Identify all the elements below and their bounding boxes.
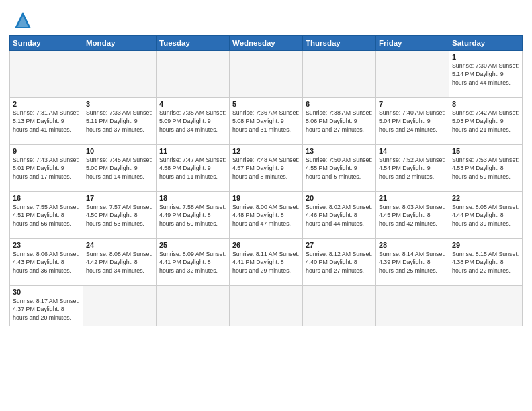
calendar-cell <box>230 51 303 98</box>
calendar-cell: 17Sunrise: 7:57 AM Sunset: 4:50 PM Dayli… <box>83 192 157 239</box>
day-number: 24 <box>86 241 153 249</box>
calendar-cell: 9Sunrise: 7:43 AM Sunset: 5:01 PM Daylig… <box>10 145 83 192</box>
calendar-cell: 18Sunrise: 7:58 AM Sunset: 4:49 PM Dayli… <box>157 192 230 239</box>
logo <box>9 9 34 31</box>
day-info: Sunrise: 7:36 AM Sunset: 5:08 PM Dayligh… <box>232 109 300 134</box>
calendar-cell: 13Sunrise: 7:50 AM Sunset: 4:55 PM Dayli… <box>303 145 376 192</box>
day-info: Sunrise: 7:58 AM Sunset: 4:49 PM Dayligh… <box>159 203 226 228</box>
day-info: Sunrise: 8:08 AM Sunset: 4:42 PM Dayligh… <box>86 250 153 275</box>
calendar-page: SundayMondayTuesdayWednesdayThursdayFrid… <box>0 0 532 411</box>
day-info: Sunrise: 7:48 AM Sunset: 4:57 PM Dayligh… <box>232 156 300 181</box>
calendar-cell: 4Sunrise: 7:35 AM Sunset: 5:09 PM Daylig… <box>157 98 230 145</box>
calendar-cell <box>83 286 157 326</box>
day-info: Sunrise: 7:53 AM Sunset: 4:53 PM Dayligh… <box>452 156 519 181</box>
calendar-cell: 28Sunrise: 8:14 AM Sunset: 4:39 PM Dayli… <box>376 239 449 286</box>
calendar-cell <box>157 51 230 98</box>
day-number: 13 <box>306 147 373 155</box>
calendar-cell <box>303 51 376 98</box>
calendar-cell: 3Sunrise: 7:33 AM Sunset: 5:11 PM Daylig… <box>83 98 157 145</box>
day-info: Sunrise: 8:12 AM Sunset: 4:40 PM Dayligh… <box>306 250 373 275</box>
calendar-cell: 26Sunrise: 8:11 AM Sunset: 4:41 PM Dayli… <box>230 239 303 286</box>
day-number: 29 <box>452 241 519 249</box>
calendar-cell <box>303 286 376 326</box>
day-number: 1 <box>452 53 519 61</box>
day-info: Sunrise: 7:30 AM Sunset: 5:14 PM Dayligh… <box>452 62 519 87</box>
day-number: 23 <box>13 241 80 249</box>
day-number: 10 <box>86 147 153 155</box>
calendar-cell: 7Sunrise: 7:40 AM Sunset: 5:04 PM Daylig… <box>376 98 449 145</box>
day-info: Sunrise: 7:50 AM Sunset: 4:55 PM Dayligh… <box>306 156 373 181</box>
day-info: Sunrise: 7:40 AM Sunset: 5:04 PM Dayligh… <box>379 109 446 134</box>
weekday-sunday: Sunday <box>10 36 83 51</box>
day-number: 19 <box>232 194 300 202</box>
day-number: 26 <box>232 241 300 249</box>
logo-icon <box>12 9 34 31</box>
day-info: Sunrise: 8:11 AM Sunset: 4:41 PM Dayligh… <box>232 250 300 275</box>
weekday-thursday: Thursday <box>303 36 376 51</box>
calendar-cell: 2Sunrise: 7:31 AM Sunset: 5:13 PM Daylig… <box>10 98 83 145</box>
day-info: Sunrise: 7:55 AM Sunset: 4:51 PM Dayligh… <box>13 203 80 228</box>
calendar-cell: 22Sunrise: 8:05 AM Sunset: 4:44 PM Dayli… <box>449 192 523 239</box>
calendar-cell: 5Sunrise: 7:36 AM Sunset: 5:08 PM Daylig… <box>230 98 303 145</box>
calendar-cell: 1Sunrise: 7:30 AM Sunset: 5:14 PM Daylig… <box>449 51 523 98</box>
header <box>9 7 523 31</box>
week-row-3: 9Sunrise: 7:43 AM Sunset: 5:01 PM Daylig… <box>10 145 523 192</box>
calendar-cell <box>10 51 83 98</box>
day-info: Sunrise: 8:02 AM Sunset: 4:46 PM Dayligh… <box>306 203 373 228</box>
day-info: Sunrise: 7:33 AM Sunset: 5:11 PM Dayligh… <box>86 109 153 134</box>
day-info: Sunrise: 7:45 AM Sunset: 5:00 PM Dayligh… <box>86 156 153 181</box>
calendar-cell: 8Sunrise: 7:42 AM Sunset: 5:03 PM Daylig… <box>449 98 523 145</box>
calendar-cell <box>376 286 449 326</box>
week-row-5: 23Sunrise: 8:06 AM Sunset: 4:43 PM Dayli… <box>10 239 523 286</box>
day-number: 6 <box>306 100 373 108</box>
day-number: 15 <box>452 147 519 155</box>
calendar-cell: 25Sunrise: 8:09 AM Sunset: 4:41 PM Dayli… <box>157 239 230 286</box>
calendar-cell: 15Sunrise: 7:53 AM Sunset: 4:53 PM Dayli… <box>449 145 523 192</box>
day-info: Sunrise: 7:57 AM Sunset: 4:50 PM Dayligh… <box>86 203 153 228</box>
day-number: 28 <box>379 241 446 249</box>
day-number: 2 <box>13 100 80 108</box>
day-number: 11 <box>159 147 226 155</box>
day-number: 27 <box>306 241 373 249</box>
day-info: Sunrise: 7:43 AM Sunset: 5:01 PM Dayligh… <box>13 156 80 181</box>
day-number: 18 <box>159 194 226 202</box>
week-row-4: 16Sunrise: 7:55 AM Sunset: 4:51 PM Dayli… <box>10 192 523 239</box>
calendar-cell: 23Sunrise: 8:06 AM Sunset: 4:43 PM Dayli… <box>10 239 83 286</box>
calendar-cell: 11Sunrise: 7:47 AM Sunset: 4:58 PM Dayli… <box>157 145 230 192</box>
calendar-cell: 14Sunrise: 7:52 AM Sunset: 4:54 PM Dayli… <box>376 145 449 192</box>
day-number: 30 <box>13 288 80 296</box>
weekday-saturday: Saturday <box>449 36 523 51</box>
calendar-cell: 20Sunrise: 8:02 AM Sunset: 4:46 PM Dayli… <box>303 192 376 239</box>
day-info: Sunrise: 7:35 AM Sunset: 5:09 PM Dayligh… <box>159 109 226 134</box>
day-info: Sunrise: 8:06 AM Sunset: 4:43 PM Dayligh… <box>13 250 80 275</box>
day-number: 9 <box>13 147 80 155</box>
day-info: Sunrise: 8:14 AM Sunset: 4:39 PM Dayligh… <box>379 250 446 275</box>
calendar-cell: 12Sunrise: 7:48 AM Sunset: 4:57 PM Dayli… <box>230 145 303 192</box>
day-info: Sunrise: 8:05 AM Sunset: 4:44 PM Dayligh… <box>452 203 519 228</box>
week-row-6: 30Sunrise: 8:17 AM Sunset: 4:37 PM Dayli… <box>10 286 523 326</box>
calendar-cell: 21Sunrise: 8:03 AM Sunset: 4:45 PM Dayli… <box>376 192 449 239</box>
day-info: Sunrise: 7:52 AM Sunset: 4:54 PM Dayligh… <box>379 156 446 181</box>
weekday-wednesday: Wednesday <box>230 36 303 51</box>
weekday-monday: Monday <box>83 36 157 51</box>
day-number: 7 <box>379 100 446 108</box>
day-number: 8 <box>452 100 519 108</box>
day-info: Sunrise: 8:00 AM Sunset: 4:48 PM Dayligh… <box>232 203 300 228</box>
calendar-cell <box>376 51 449 98</box>
day-info: Sunrise: 8:09 AM Sunset: 4:41 PM Dayligh… <box>159 250 226 275</box>
day-number: 22 <box>452 194 519 202</box>
day-info: Sunrise: 8:15 AM Sunset: 4:38 PM Dayligh… <box>452 250 519 275</box>
week-row-2: 2Sunrise: 7:31 AM Sunset: 5:13 PM Daylig… <box>10 98 523 145</box>
day-number: 17 <box>86 194 153 202</box>
day-info: Sunrise: 8:03 AM Sunset: 4:45 PM Dayligh… <box>379 203 446 228</box>
day-number: 25 <box>159 241 226 249</box>
calendar-cell: 30Sunrise: 8:17 AM Sunset: 4:37 PM Dayli… <box>10 286 83 326</box>
calendar-cell <box>230 286 303 326</box>
calendar-cell: 27Sunrise: 8:12 AM Sunset: 4:40 PM Dayli… <box>303 239 376 286</box>
day-info: Sunrise: 7:38 AM Sunset: 5:06 PM Dayligh… <box>306 109 373 134</box>
day-number: 20 <box>306 194 373 202</box>
calendar-cell <box>449 286 523 326</box>
week-row-1: 1Sunrise: 7:30 AM Sunset: 5:14 PM Daylig… <box>10 51 523 98</box>
calendar-cell <box>83 51 157 98</box>
calendar-cell <box>157 286 230 326</box>
